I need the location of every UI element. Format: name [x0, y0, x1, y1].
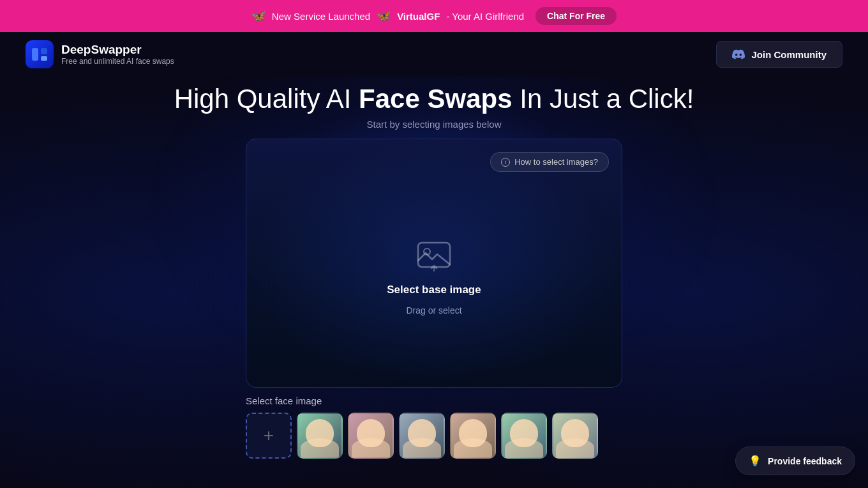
- add-icon: +: [264, 425, 274, 446]
- main-content: High Quality AI Face Swaps In Just a Cli…: [0, 77, 868, 459]
- bottom-section: Select face image +: [246, 395, 622, 459]
- add-face-thumb[interactable]: +: [246, 413, 292, 459]
- face-sim-2: [349, 414, 393, 457]
- face-thumbnails: +: [246, 413, 622, 459]
- join-community-button[interactable]: Join Community: [716, 41, 842, 68]
- svg-rect-0: [32, 48, 38, 61]
- banner-emoji-right: 🦋: [377, 9, 391, 23]
- headline-bold: Face Swaps: [359, 84, 512, 114]
- headline-part2: In Just a Click!: [513, 84, 694, 114]
- upload-area[interactable]: i How to select images? Select base imag…: [246, 139, 622, 388]
- headline-part1: High Quality AI: [174, 84, 359, 114]
- drag-or-select-label: Drag or select: [406, 305, 461, 316]
- join-community-label: Join Community: [751, 49, 827, 60]
- face-sim-head-1: [306, 419, 334, 447]
- face-thumb-1[interactable]: [297, 413, 343, 459]
- face-thumb-6[interactable]: [552, 413, 598, 459]
- logo-icon: [26, 40, 54, 68]
- banner-service-tagline: - Your AI Girlfriend: [446, 11, 524, 22]
- discord-icon: [732, 48, 745, 61]
- select-face-label: Select face image: [246, 395, 622, 406]
- feedback-button[interactable]: 💡 Provide feedback: [735, 446, 855, 475]
- info-icon: i: [501, 158, 510, 167]
- logo-svg: [31, 45, 49, 63]
- subheadline: Start by selecting images below: [367, 119, 502, 130]
- face-sim-head-3: [408, 419, 436, 447]
- svg-rect-1: [41, 48, 47, 54]
- how-to-button[interactable]: i How to select images?: [490, 152, 609, 172]
- face-sim-head-4: [459, 419, 487, 447]
- select-base-label: Select base image: [387, 284, 481, 296]
- image-upload-icon: [415, 238, 453, 275]
- banner-service-name: VirtualGF: [397, 11, 440, 22]
- face-sim-1: [298, 414, 341, 457]
- face-thumb-3[interactable]: [399, 413, 445, 459]
- face-sim-4: [451, 414, 495, 457]
- logo-title: DeepSwapper: [61, 43, 174, 57]
- how-to-label: How to select images?: [514, 157, 598, 167]
- face-thumb-5[interactable]: [501, 413, 547, 459]
- svg-rect-2: [41, 56, 47, 61]
- drop-zone[interactable]: Select base image Drag or select: [259, 178, 609, 374]
- banner-new-service-text: New Service Launched: [272, 11, 370, 22]
- feedback-label: Provide feedback: [768, 456, 842, 466]
- headline: High Quality AI Face Swaps In Just a Cli…: [174, 83, 694, 115]
- face-sim-head-6: [561, 419, 589, 447]
- header: DeepSwapper Free and unlimited AI face s…: [0, 32, 868, 77]
- face-thumb-2[interactable]: [348, 413, 394, 459]
- face-sim-head-5: [510, 419, 538, 447]
- logo-area: DeepSwapper Free and unlimited AI face s…: [26, 40, 174, 68]
- face-sim-5: [502, 414, 546, 457]
- top-banner: 🦋 New Service Launched 🦋 VirtualGF - You…: [0, 0, 868, 32]
- face-thumb-4[interactable]: [450, 413, 496, 459]
- face-sim-6: [553, 414, 597, 457]
- headline-text: High Quality AI Face Swaps In Just a Cli…: [174, 83, 694, 115]
- logo-text-area: DeepSwapper Free and unlimited AI face s…: [61, 43, 174, 66]
- face-sim-head-2: [357, 419, 385, 447]
- face-sim-3: [400, 414, 444, 457]
- chat-free-button[interactable]: Chat For Free: [535, 7, 617, 25]
- bulb-icon: 💡: [749, 455, 761, 467]
- banner-emoji-left: 🦋: [251, 9, 266, 23]
- logo-subtitle: Free and unlimited AI face swaps: [61, 57, 174, 66]
